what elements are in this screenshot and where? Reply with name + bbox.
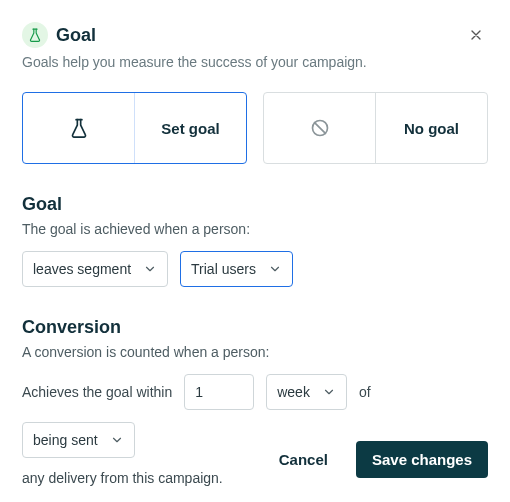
goal-condition-value: leaves segment (33, 261, 131, 277)
close-button[interactable] (464, 23, 488, 47)
conversion-amount-value: 1 (195, 384, 203, 400)
goal-subtitle: The goal is achieved when a person: (22, 221, 488, 237)
dialog-title: Goal (56, 25, 96, 46)
option-set-goal-label: Set goal (135, 93, 246, 163)
conversion-unit-select[interactable]: week (266, 374, 347, 410)
conversion-heading: Conversion (22, 317, 488, 338)
chevron-down-icon (322, 385, 336, 399)
option-set-goal[interactable]: Set goal (22, 92, 247, 164)
chevron-down-icon (143, 262, 157, 276)
conversion-of: of (359, 384, 371, 400)
goal-segment-select[interactable]: Trial users (180, 251, 293, 287)
save-button[interactable]: Save changes (356, 441, 488, 478)
goal-segment-value: Trial users (191, 261, 256, 277)
conversion-event-select[interactable]: being sent (22, 422, 135, 458)
conversion-subtitle: A conversion is counted when a person: (22, 344, 488, 360)
cancel-button[interactable]: Cancel (273, 450, 334, 469)
conversion-event-value: being sent (33, 432, 98, 448)
chevron-down-icon (110, 433, 124, 447)
flask-icon (69, 118, 89, 138)
option-no-goal[interactable]: No goal (263, 92, 488, 164)
conversion-amount-input[interactable]: 1 (184, 374, 254, 410)
chevron-down-icon (268, 262, 282, 276)
conversion-prefix: Achieves the goal within (22, 384, 172, 400)
no-icon (310, 118, 330, 138)
goal-icon (22, 22, 48, 48)
close-icon (468, 27, 484, 43)
conversion-unit-value: week (277, 384, 310, 400)
option-no-goal-label: No goal (376, 93, 487, 163)
goal-heading: Goal (22, 194, 488, 215)
dialog-subtitle: Goals help you measure the success of yo… (22, 54, 488, 70)
goal-condition-select[interactable]: leaves segment (22, 251, 168, 287)
